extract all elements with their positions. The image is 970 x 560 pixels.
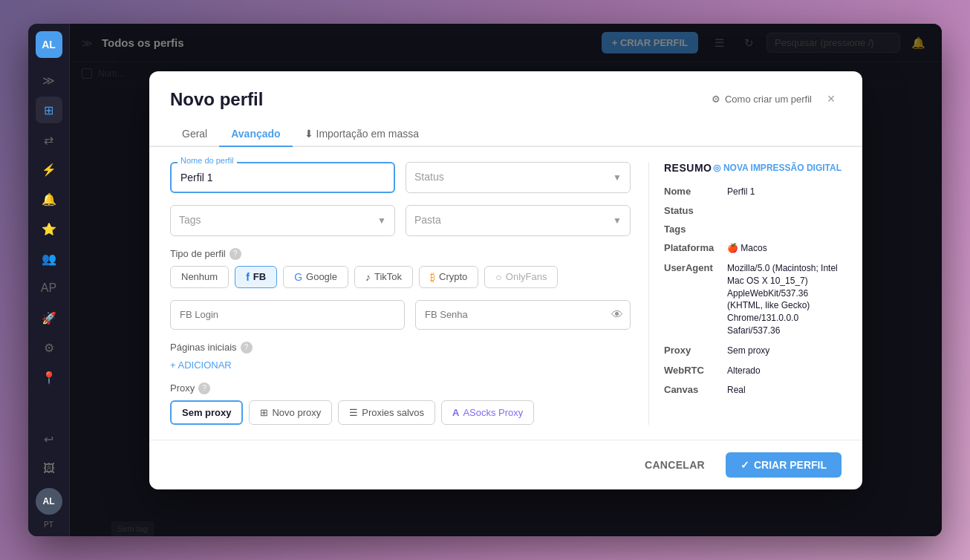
summary-key-nome: Nome	[664, 186, 727, 198]
name-status-row: Nome do perfil ▼ Status	[170, 162, 631, 193]
add-page-button[interactable]: + ADICIONAR	[170, 359, 232, 371]
summary-row-webrtc: WebRTC Alterado	[664, 365, 842, 377]
summary-value-proxy: Sem proxy	[727, 345, 769, 357]
sidebar-item-api[interactable]: AP	[36, 275, 62, 302]
tab-geral[interactable]: Geral	[170, 122, 219, 146]
user-avatar-bottom[interactable]: AL	[36, 488, 62, 515]
proxy-btn-novo-label: Novo proxy	[272, 407, 321, 418]
fb-icon: f	[246, 271, 250, 283]
type-btn-nenhum[interactable]: Nenhum	[170, 266, 229, 288]
check-icon: ✓	[740, 459, 749, 471]
summary-panel: RESUMO ◎ NOVA IMPRESSÃO DIGITAL Nome Per…	[648, 162, 842, 425]
lang-label[interactable]: PT	[44, 521, 53, 529]
sidebar-item-image[interactable]: 🖼	[36, 455, 62, 482]
summary-key-canvas: Canvas	[664, 384, 727, 397]
modal-form: Nome do perfil ▼ Status	[170, 162, 631, 425]
main-content: ≫ Todos os perfis + CRIAR PERFIL ☰ ↻ Pes…	[70, 24, 942, 536]
folder-select[interactable]	[406, 205, 631, 236]
pages-label: Páginas iniciais ?	[170, 342, 631, 354]
summary-row-status: Status	[664, 205, 842, 216]
type-buttons: Nenhum f FB G Google ♪	[170, 266, 631, 288]
summary-row-useragent: UserAgent Mozilla/5.0 (Macintosh; Intel …	[664, 262, 842, 337]
modal-dialog: Novo perfil ⚙ Como criar um perfil × Ger…	[149, 71, 862, 489]
tags-folder-row: ▼ Tags ▼ Pasta	[170, 205, 631, 236]
google-icon: G	[294, 271, 302, 283]
tags-select[interactable]	[170, 205, 395, 236]
summary-value-useragent: Mozilla/5.0 (Macintosh; Intel Mac OS X 1…	[727, 262, 842, 337]
proxy-label: Proxy ?	[170, 382, 631, 394]
sidebar-item-settings[interactable]: ⚙	[36, 334, 62, 361]
summary-key-webrtc: WebRTC	[664, 365, 727, 377]
asocks-icon: A	[452, 407, 459, 418]
sidebar-item-expand[interactable]: ≫	[36, 67, 62, 94]
summary-key-useragent: UserAgent	[664, 262, 727, 337]
profile-type-section: Tipo de perfil ? Nenhum f FB G	[170, 248, 631, 288]
summary-value-canvas: Real	[727, 384, 746, 397]
sidebar-item-stars[interactable]: ⭐	[36, 215, 62, 242]
sidebar-item-sync[interactable]: ⇄	[36, 126, 62, 153]
sidebar-item-location[interactable]: 📍	[36, 364, 62, 391]
proxy-help-icon[interactable]: ?	[198, 382, 210, 394]
sidebar-item-profiles[interactable]: ⊞	[36, 97, 62, 123]
onlyfans-icon: ○	[495, 271, 501, 283]
sidebar-item-team[interactable]: 👥	[36, 245, 62, 272]
fingerprint-button[interactable]: ◎ NOVA IMPRESSÃO DIGITAL	[713, 163, 842, 173]
summary-row-nome: Nome Perfil 1	[664, 186, 842, 198]
help-label: Como criar um perfil	[725, 94, 812, 105]
help-button[interactable]: ⚙ Como criar um perfil	[712, 94, 812, 105]
tags-field: ▼ Tags	[170, 205, 395, 236]
cancel-button[interactable]: CANCELAR	[633, 452, 717, 478]
profile-type-label: Tipo de perfil ?	[170, 248, 631, 260]
tiktok-icon: ♪	[365, 271, 371, 283]
app-window: AL ≫ ⊞ ⇄ ⚡ 🔔 ⭐ 👥 AP 🚀 ⚙ 📍 ↩ 🖼 AL PT ≫ To…	[28, 24, 942, 536]
proxy-btn-salvos[interactable]: ☰ Proxies salvos	[338, 400, 435, 425]
tab-importacao[interactable]: ⬇ Importação em massa	[293, 122, 431, 146]
sidebar-item-launch[interactable]: 🚀	[36, 305, 62, 331]
proxy-btn-asocks-label: ASocks Proxy	[463, 407, 523, 418]
type-btn-tiktok[interactable]: ♪ TikTok	[354, 266, 413, 288]
summary-row-canvas: Canvas Real	[664, 384, 842, 397]
avatar[interactable]: AL	[36, 31, 62, 58]
type-btn-fb[interactable]: f FB	[235, 266, 277, 288]
summary-key-status: Status	[664, 205, 727, 216]
status-select[interactable]	[406, 162, 631, 193]
proxy-btn-novo[interactable]: ⊞ Novo proxy	[249, 400, 332, 425]
sidebar-item-back[interactable]: ↩	[36, 426, 62, 452]
fingerprint-label: NOVA IMPRESSÃO DIGITAL	[723, 163, 842, 173]
create-label: CRIAR PERFIL	[754, 459, 827, 471]
profile-name-input[interactable]	[170, 162, 395, 193]
password-wrapper: 👁	[415, 300, 631, 330]
proxy-btn-asocks[interactable]: A ASocks Proxy	[441, 400, 534, 425]
modal-footer: CANCELAR ✓ CRIAR PERFIL	[149, 440, 862, 489]
sidebar: AL ≫ ⊞ ⇄ ⚡ 🔔 ⭐ 👥 AP 🚀 ⚙ 📍 ↩ 🖼 AL PT	[28, 24, 70, 536]
proxy-btn-sem[interactable]: Sem proxy	[170, 400, 243, 425]
profile-name-field: Nome do perfil	[170, 162, 395, 193]
modal-overlay: Novo perfil ⚙ Como criar um perfil × Ger…	[70, 24, 942, 536]
pages-section: Páginas iniciais ? + ADICIONAR	[170, 342, 631, 371]
profile-name-label: Nome do perfil	[178, 156, 237, 165]
close-button[interactable]: ×	[821, 89, 842, 110]
type-btn-onlyfans[interactable]: ○ OnlyFans	[484, 266, 558, 288]
fb-login-input[interactable]	[170, 300, 405, 330]
type-btn-google[interactable]: G Google	[283, 266, 348, 288]
type-btn-crypto-label: Crypto	[439, 271, 467, 282]
eye-icon[interactable]: 👁	[611, 308, 623, 322]
type-btn-onlyfans-label: OnlyFans	[506, 271, 547, 282]
create-button[interactable]: ✓ CRIAR PERFIL	[726, 452, 842, 478]
folder-field: ▼ Pasta	[406, 205, 631, 236]
type-btn-crypto[interactable]: ₿ Crypto	[419, 266, 478, 288]
summary-key-plataforma: Plataforma	[664, 242, 727, 255]
summary-value-webrtc: Alterado	[727, 365, 761, 377]
sidebar-item-notifications[interactable]: 🔔	[36, 186, 62, 212]
summary-key-proxy: Proxy	[664, 345, 727, 357]
proxy-btn-salvos-label: Proxies salvos	[362, 407, 424, 418]
fb-password-input[interactable]	[415, 300, 631, 330]
pages-help-icon[interactable]: ?	[241, 342, 253, 354]
crypto-icon: ₿	[430, 271, 435, 283]
tab-avancado[interactable]: Avançado	[219, 122, 292, 146]
summary-row-tags: Tags	[664, 224, 842, 235]
sidebar-item-lightning[interactable]: ⚡	[36, 156, 62, 183]
modal-body: Nome do perfil ▼ Status	[149, 147, 862, 440]
profile-type-help-icon[interactable]: ?	[230, 248, 241, 260]
gear-icon: ⚙	[712, 94, 720, 105]
